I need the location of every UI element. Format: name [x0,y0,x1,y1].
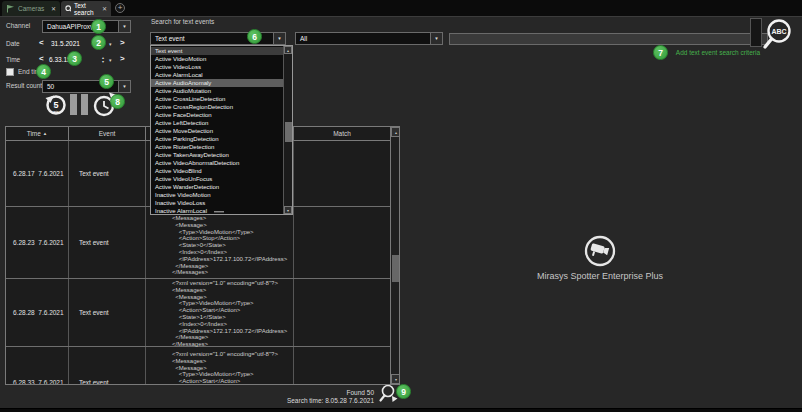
event-type-dropdown-list: Text event Active VideoMotion Active Vid… [150,45,293,215]
column-header-time[interactable]: Time ▲ [6,127,69,141]
dropdown-item[interactable]: Active CrossRegionDetection [151,103,292,111]
annotation-badge-2: 2 [91,35,106,50]
end-time-checkbox[interactable] [6,68,14,76]
found-count: Found 50 [287,389,374,397]
chevron-down-icon[interactable]: ▼ [118,81,130,92]
dropdown-item[interactable]: Active WanderDetection [151,183,292,191]
dropdown-item[interactable]: Active ParkingDetection [151,135,292,143]
annotation-badge-7: 7 [653,45,668,60]
date-next-icon[interactable]: > [120,39,125,47]
dropdown-scrollbar[interactable]: ▴ ▾ [283,46,292,214]
dropdown-item[interactable]: Active VideoMotion [151,55,292,63]
chevron-down-icon[interactable]: ▼ [430,33,442,44]
annotation-badge-4: 4 [36,64,51,79]
chevron-down-icon[interactable]: ▼ [273,33,285,44]
scroll-up-icon[interactable]: ▴ [391,127,400,137]
table-row[interactable]: 6.28.33 7.6.2021 Text event <?xml versio… [6,347,390,385]
sort-asc-icon: ▲ [43,131,47,136]
dropdown-item[interactable]: Text event [151,47,292,55]
dropdown-item[interactable]: Active MoveDetection [151,127,292,135]
dropdown-item[interactable]: Active LeftDetection [151,119,292,127]
annotation-badge-9: 9 [396,384,411,399]
tab-text-search[interactable]: Text search ✕ [61,1,111,16]
add-tab-button[interactable]: + [115,3,125,13]
event-type-select[interactable]: Text event ▼ [150,32,286,45]
status-block: Found 50 Search time: 8.05.28 7.6.2021 [287,389,374,405]
spin-down-icon[interactable]: ▾ [102,60,104,64]
date-prev-icon[interactable]: < [39,39,44,47]
row-event: Text event [69,141,146,206]
watermark-text: Mirasys Spotter Enterprise Plus [500,271,700,281]
row-match [294,279,390,346]
column-header-match[interactable]: Match [294,127,390,141]
column-header-event[interactable]: Event [69,127,146,141]
scroll-down-icon[interactable]: ▾ [391,374,400,384]
close-icon[interactable]: ✕ [51,5,56,12]
row-text: <Messages> <Message> <Type>VideoMotion</… [146,207,294,278]
table-row[interactable]: 6.28.28 7.6.2021 Text event <?xml versio… [6,279,390,347]
search-panel-title: Search for text events [151,18,214,25]
row-match [294,141,390,206]
time-next-icon[interactable]: > [120,55,125,63]
date-label: Date [6,40,20,47]
row-time: 6.28.28 7.6.2021 [6,279,69,346]
table-row[interactable]: 6.28.23 7.6.2021 Text event <Messages> <… [6,207,390,279]
dropdown-item[interactable]: Active VideoLoss [151,63,292,71]
annotation-badge-5: 5 [99,74,114,89]
row-match [294,207,390,278]
annotation-badge-3: 3 [67,51,82,66]
dropdown-item[interactable]: Active TakenAwayDetection [151,151,292,159]
dropdown-item[interactable]: Active AudioAnomaly [151,79,292,87]
scroll-down-icon[interactable]: ▾ [284,206,292,214]
channel-label: Channel [6,22,30,29]
dropdown-resize-grip[interactable] [214,211,224,213]
scrollbar-thumb[interactable] [392,255,400,282]
table-scrollbar[interactable]: ▴ ▾ [390,127,400,384]
dropdown-item[interactable]: Active CrossLineDetection [151,95,292,103]
search-time: Search time: 8.05.28 7.6.2021 [287,397,374,405]
text-search-icon[interactable]: ABC [756,11,798,53]
date-dropdown-icon[interactable]: ▾ [109,42,112,47]
time-spinner[interactable]: ▴ ▾ [102,56,104,63]
dropdown-item[interactable]: Active RioterDetection [151,143,292,151]
row-event: Text event [69,347,146,385]
svg-text:min: min [53,110,59,114]
dropdown-item[interactable]: Inactive VideoLoss [151,199,292,207]
dropdown-item[interactable]: Active FaceDetection [151,111,292,119]
text-search-panel: Channel DahuaAPIProxy ▼ Date < 31.5.2021… [0,16,802,412]
chevron-down-icon[interactable]: ▼ [118,21,130,32]
channel-filter-value: All [296,35,430,42]
time-prev-icon[interactable]: < [39,55,44,63]
channel-filter-select[interactable]: All ▼ [295,32,443,45]
annotation-badge-1: 1 [91,19,106,34]
dropdown-item[interactable]: Inactive VideoMotion [151,191,292,199]
dropdown-item[interactable]: Active AlarmLocal [151,71,292,79]
row-event: Text event [69,279,146,346]
dropdown-item[interactable]: Active VideoBlind [151,167,292,175]
channel-select[interactable]: DahuaAPIProxy ▼ [42,20,131,33]
dropdown-item[interactable]: Active AudioMutation [151,87,292,95]
scroll-up-icon[interactable]: ▴ [284,46,292,54]
date-value[interactable]: 31.5.2021 [51,40,80,47]
tab-cameras[interactable]: Cameras ✕ [2,1,60,16]
text-search-tab-icon [65,5,71,13]
result-count-label: Result count [6,82,42,89]
row-match [294,347,390,385]
tab-bar: Cameras ✕ Text search ✕ + [0,0,802,16]
channel-value: DahuaAPIProxy [43,23,118,30]
row-time: 6.28.17 7.6.2021 [6,141,69,206]
close-icon[interactable]: ✕ [102,5,107,12]
scrollbar-thumb[interactable] [285,122,292,142]
time-dropdown-icon[interactable]: ▾ [109,58,112,63]
criteria-value-input[interactable] [449,33,768,45]
tab-label: Text search [74,2,99,16]
annotation-badge-6: 6 [247,29,262,44]
dropdown-item[interactable]: Active VideoAbnormalDetection [151,159,292,167]
svg-text:5: 5 [53,100,58,110]
pause-button[interactable] [70,94,89,115]
dropdown-item[interactable]: Active VideoUnFocus [151,175,292,183]
tab-label: Cameras [18,5,44,12]
row-event: Text event [69,207,146,278]
time-label: Time [6,56,20,63]
rewind-5min-button[interactable]: 5 min [44,91,68,117]
